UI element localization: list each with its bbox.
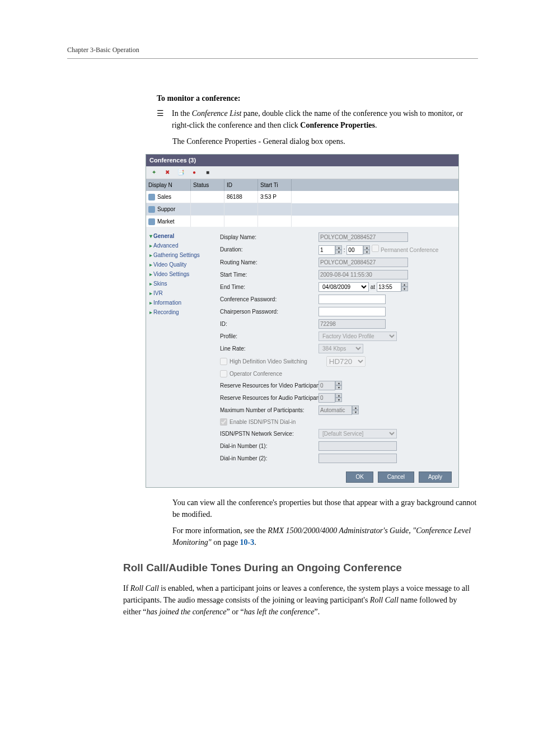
conference-icon — [148, 206, 155, 213]
ok-button[interactable]: OK — [346, 472, 373, 483]
spin-down-icon[interactable]: ▾ — [352, 410, 359, 414]
lbl-res-audio: Reserve Resources for Audio Participants… — [220, 394, 315, 402]
spin-up-icon[interactable]: ▴ — [401, 282, 408, 287]
list-bullet-icon: ☰ — [157, 108, 164, 131]
lbl-res-video: Reserve Resources for Video Participants… — [220, 381, 315, 390]
max-part-field — [318, 405, 352, 415]
duration-hours[interactable] — [318, 245, 335, 255]
lbl-dial2: Dial-in Number (2): — [220, 454, 315, 463]
tree-gathering[interactable]: ▸Gathering Settings — [149, 250, 210, 260]
hd-res-select: HD720 — [326, 356, 366, 367]
end-date-select[interactable]: 04/08/2009 — [318, 282, 369, 292]
header-rule — [67, 58, 478, 59]
spin-down-icon[interactable]: ▾ — [335, 250, 342, 254]
lbl-isdn-svc: ISDN/PSTN Network Service: — [220, 430, 315, 438]
res-audio-field — [318, 393, 335, 403]
new-conf-icon[interactable]: ✦ — [149, 168, 158, 177]
spin-up-icon[interactable]: ▴ — [352, 405, 359, 410]
tree-skins[interactable]: ▸Skins — [149, 279, 210, 288]
lbl-conf-pw: Conference Password: — [220, 295, 315, 304]
lbl-dial1: Dial-in Number (1): — [220, 442, 315, 450]
conference-icon — [148, 218, 155, 225]
end-at-label: at — [371, 284, 375, 290]
conference-icon — [148, 194, 155, 200]
table-row[interactable]: Sales 86188 3:53 P — [146, 191, 458, 203]
col-display-name[interactable]: Display N — [146, 179, 191, 191]
spin-down-icon[interactable]: ▾ — [363, 250, 370, 254]
tree-ivr[interactable]: ▸IVR — [149, 288, 210, 298]
id-field — [318, 319, 386, 329]
profile-select: Factory Video Profile — [318, 332, 397, 341]
conf-password-field[interactable] — [318, 295, 386, 304]
conference-toolbar: ✦ ✖ 📑 ● ■ — [146, 166, 458, 179]
apply-button[interactable]: Apply — [419, 472, 452, 483]
operator-conf-label: Operator Conference — [229, 370, 282, 378]
linerate-select: 384 Kbps — [318, 344, 363, 353]
lbl-chair-pw: Chairperson Password: — [220, 307, 315, 316]
tree-information[interactable]: ▸Information — [149, 298, 210, 307]
dialog-main: Display Name: Duration: ▴▾ : ▴▾ Permanen… — [213, 227, 458, 487]
start-time-field — [318, 270, 408, 279]
chair-password-field[interactable] — [318, 307, 386, 316]
stop-icon[interactable]: ■ — [203, 168, 212, 177]
tree-video-settings[interactable]: ▸Video Settings — [149, 269, 210, 279]
dial1-field — [318, 441, 397, 451]
chevron-right-icon: ▸ — [149, 290, 152, 296]
lbl-duration: Duration: — [220, 245, 315, 254]
duration-minutes[interactable] — [346, 245, 363, 255]
chevron-right-icon: ▸ — [149, 262, 152, 268]
section-paragraph: If Roll Call is enabled, when a particip… — [123, 582, 472, 618]
grid-header: Display N Status ID Start Ti — [146, 179, 458, 191]
tree-advanced[interactable]: ▸Advanced — [149, 241, 210, 250]
lbl-id: ID: — [220, 320, 315, 328]
spin-up-icon[interactable]: ▴ — [335, 381, 342, 385]
end-time-field[interactable] — [377, 282, 401, 292]
col-start[interactable]: Start Ti — [258, 179, 292, 191]
tree-video-quality[interactable]: ▸Video Quality — [149, 260, 210, 269]
after-p1: You can view all the conference's proper… — [172, 497, 478, 520]
screenshot-frame: Conferences (3) ✦ ✖ 📑 ● ■ Display N Stat… — [146, 154, 459, 488]
properties-icon[interactable]: 📑 — [176, 168, 185, 177]
hd-switching-checkbox — [220, 358, 227, 365]
lbl-end: End Time: — [220, 283, 315, 291]
chevron-right-icon: ▸ — [149, 281, 152, 287]
conference-list-title: Conferences (3) — [146, 155, 458, 166]
record-icon[interactable]: ● — [190, 168, 199, 177]
section-heading: Roll Call/Audible Tones During an Ongoin… — [123, 561, 478, 575]
spin-up-icon[interactable]: ▴ — [335, 245, 342, 250]
delete-conf-icon[interactable]: ✖ — [163, 168, 172, 177]
spin-down-icon[interactable]: ▾ — [401, 287, 408, 291]
tree-general[interactable]: ▾General — [149, 231, 210, 241]
spin-down-icon[interactable]: ▾ — [335, 385, 342, 390]
spin-down-icon[interactable]: ▾ — [335, 398, 342, 402]
after-p2: For more information, see the RMX 1500/2… — [172, 525, 478, 548]
chevron-right-icon: ▸ — [149, 271, 152, 277]
lbl-start: Start Time: — [220, 270, 315, 279]
col-status[interactable]: Status — [191, 179, 224, 191]
chevron-down-icon: ▾ — [149, 233, 152, 239]
chevron-right-icon: ▸ — [149, 242, 152, 249]
permanent-conf-label: Permanent Conference — [381, 247, 438, 253]
properties-dialog: ▾General ▸Advanced ▸Gathering Settings ▸… — [146, 227, 458, 487]
table-row[interactable]: Suppor — [146, 203, 458, 216]
operator-conf-checkbox — [220, 370, 227, 377]
table-row[interactable]: Market — [146, 216, 458, 228]
isdn-svc-select: [Default Service] — [318, 429, 397, 438]
routing-name-field — [318, 258, 408, 267]
tree-recording[interactable]: ▸Recording — [149, 307, 210, 317]
page-ref-link[interactable]: 10-3 — [240, 538, 255, 547]
lbl-profile: Profile: — [220, 332, 315, 340]
dial2-field — [318, 454, 397, 463]
col-id[interactable]: ID — [224, 179, 258, 191]
spin-up-icon[interactable]: ▴ — [363, 245, 370, 250]
chevron-right-icon: ▸ — [149, 252, 152, 258]
chapter-header: Chapter 3-Basic Operation — [67, 45, 478, 55]
lbl-linerate: Line Rate: — [220, 344, 315, 353]
lbl-display-name: Display Name: — [220, 233, 315, 241]
lbl-routing: Routing Name: — [220, 258, 315, 267]
dialog-tree: ▾General ▸Advanced ▸Gathering Settings ▸… — [146, 227, 213, 487]
step-1: ☰ In the Conference List pane, double cl… — [157, 108, 478, 131]
cancel-button[interactable]: Cancel — [378, 472, 414, 483]
enable-isdn-checkbox — [220, 418, 227, 426]
spin-up-icon[interactable]: ▴ — [335, 393, 342, 398]
